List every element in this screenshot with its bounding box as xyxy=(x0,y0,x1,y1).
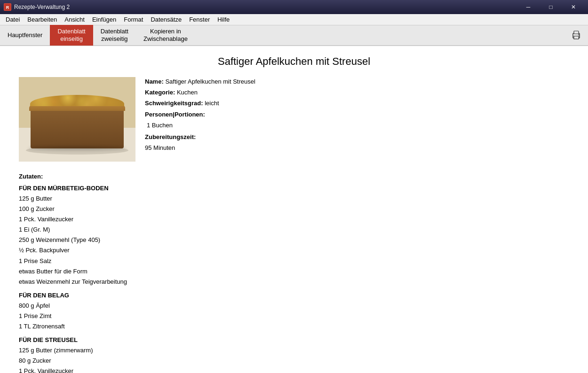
close-button[interactable]: ✕ xyxy=(563,0,584,14)
recipe-title: Saftiger Apfelkuchen mit Streusel xyxy=(19,55,569,68)
menu-einfuegen[interactable]: Einfügen xyxy=(88,15,120,24)
menu-bar: Datei Bearbeiten Ansicht Einfügen Format… xyxy=(0,14,588,25)
zubereitungszeit-value: 95 Minuten xyxy=(145,144,175,151)
maximize-button[interactable]: □ xyxy=(540,0,562,14)
schwierigkeitsgrad-value: leicht xyxy=(205,100,219,107)
ingredient-item: 800 g Äpfel xyxy=(19,301,569,311)
ingredient-item: 100 g Zucker xyxy=(19,204,569,214)
zubereitungszeit-label: Zubereitungszeit: xyxy=(145,133,196,140)
ingredient-item: 250 g Weizenmehl (Type 405) xyxy=(19,235,569,245)
muerbeteig-items: 125 g Butter 100 g Zucker 1 Pck. Vanille… xyxy=(19,194,569,287)
menu-format[interactable]: Format xyxy=(120,15,147,24)
app-icon: R xyxy=(4,3,11,11)
kopieren-button[interactable]: Kopieren inZwischenablage xyxy=(136,25,195,46)
kategorie-value: Kuchen xyxy=(177,89,198,96)
menu-hilfe[interactable]: Hilfe xyxy=(214,15,233,24)
section-belag-heading: FÜR DEN BELAG xyxy=(19,292,569,299)
schwierigkeitsgrad-label: Schweirigkeitsgrad: xyxy=(145,100,203,107)
menu-bearbeiten[interactable]: Bearbeiten xyxy=(24,15,61,24)
ingredient-item: 1 Ei (Gr. M) xyxy=(19,225,569,235)
belag-items: 800 g Äpfel 1 Prise Zimt 1 TL Zitronensa… xyxy=(19,301,569,332)
menu-datei[interactable]: Datei xyxy=(2,15,24,24)
ingredient-item: 1 Pck. Vanillezucker xyxy=(19,214,569,225)
section-muerbeteig-heading: FÜR DEN MÜRBETEIG-BODEN xyxy=(19,185,569,192)
recipe-info: Name: Saftiger Apfelkuchen mit Streusel … xyxy=(145,77,569,162)
ingredient-item: etwas Weizenmehl zur Teigverarbeitung xyxy=(19,277,569,287)
title-bar: R Rezepte-Verwaltung 2 ─ □ ✕ xyxy=(0,0,588,14)
print-button[interactable] xyxy=(564,25,588,46)
minimize-button[interactable]: ─ xyxy=(517,0,539,14)
ingredients-section: Zutaten: FÜR DEN MÜRBETEIG-BODEN 125 g B… xyxy=(19,173,569,373)
ingredient-item: ½ Pck. Backpulver xyxy=(19,245,569,256)
svg-rect-5 xyxy=(574,37,578,38)
window-controls: ─ □ ✕ xyxy=(517,0,584,14)
ingredient-item: 1 Prise Salz xyxy=(19,256,569,266)
toolbar: Hauptfenster Datenblatteinseitig Datenbl… xyxy=(0,25,588,46)
ingredient-item: 125 g Butter xyxy=(19,194,569,204)
recipe-main: Name: Saftiger Apfelkuchen mit Streusel … xyxy=(19,77,569,162)
ingredient-item: 125 g Butter (zimmerwarm) xyxy=(19,345,569,356)
section-streusel-heading: FÜR DIE STREUSEL xyxy=(19,336,569,343)
hauptfenster-button[interactable]: Hauptfenster xyxy=(0,25,50,46)
svg-rect-3 xyxy=(574,31,579,34)
menu-ansicht[interactable]: Ansicht xyxy=(61,15,88,24)
datenblatt-einseitig-button[interactable]: Datenblatteinseitig xyxy=(50,25,93,46)
menu-fenster[interactable]: Fenster xyxy=(185,15,214,24)
zutaten-heading: Zutaten: xyxy=(19,173,569,180)
personen-label: Personen|Portionen: xyxy=(145,111,205,118)
menu-datensaetze[interactable]: Datensätze xyxy=(147,15,185,24)
personen-value: 1 Buchen xyxy=(147,122,173,129)
svg-text:R: R xyxy=(6,5,9,10)
name-value: Saftiger Apfelkuchen mit Streusel xyxy=(165,78,255,85)
svg-point-7 xyxy=(578,34,579,35)
ingredient-item: 1 Pck. Vanillezucker xyxy=(19,366,569,373)
datenblatt-zweiseitig-button[interactable]: Datenblattzweiseitig xyxy=(93,25,136,46)
name-label: Name: xyxy=(145,78,164,85)
ingredient-item: etwas Butter für die Form xyxy=(19,266,569,277)
app-title: Rezepte-Verwaltung 2 xyxy=(14,4,517,10)
recipe-image xyxy=(19,77,135,162)
ingredient-item: 80 g Zucker xyxy=(19,356,569,366)
kategorie-label: Kategorie: xyxy=(145,89,175,96)
ingredient-item: 1 TL Zitronensaft xyxy=(19,321,569,332)
ingredient-item: 1 Prise Zimt xyxy=(19,311,569,321)
svg-rect-6 xyxy=(574,38,577,39)
streusel-items: 125 g Butter (zimmerwarm) 80 g Zucker 1 … xyxy=(19,345,569,373)
content-area: Saftiger Apfelkuchen mit Streusel xyxy=(0,46,588,373)
